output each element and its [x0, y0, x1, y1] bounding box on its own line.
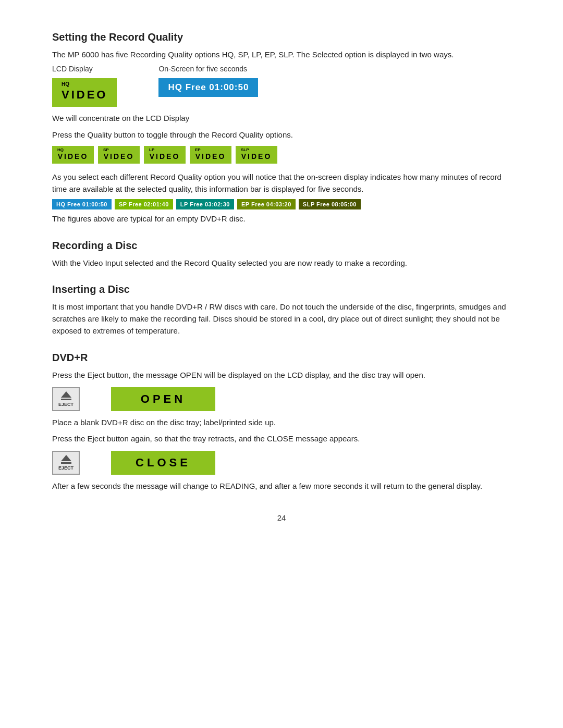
- record-quality-para4: As you select each different Record Qual…: [52, 171, 511, 195]
- ft-lp: LP Free 03:02:30: [176, 199, 234, 209]
- open-button-row: EJECT OPEN: [52, 387, 511, 411]
- eject-line-icon2: [61, 462, 71, 464]
- ft-hq: HQ Free 01:00:50: [52, 199, 112, 209]
- section-dvdr-heading: DVD+R: [52, 352, 511, 364]
- inserting-para1: It is most important that you handle DVD…: [52, 301, 511, 337]
- close-button-row: EJECT CLOSE: [52, 451, 511, 475]
- section-dvdr: DVD+R Press the Eject button, the messag…: [52, 352, 511, 492]
- ft-ep: EP Free 04:03:20: [237, 199, 296, 209]
- dvdr-para4: After a few seconds the message will cha…: [52, 480, 511, 492]
- eject-button-open[interactable]: EJECT: [52, 387, 80, 411]
- display-row: LCD Display HQ VIDEO On-Screen for five …: [52, 65, 511, 107]
- section-inserting: Inserting a Disc It is most important th…: [52, 283, 511, 337]
- section-recording-heading: Recording a Disc: [52, 240, 511, 252]
- eject-label-close: EJECT: [58, 465, 74, 471]
- lcd-display-label: LCD Display: [52, 65, 117, 73]
- lcd-display-box: HQ VIDEO: [52, 78, 117, 107]
- record-quality-para5: The figures above are typical for an emp…: [52, 213, 511, 225]
- dvdr-para3: Press the Eject button again, so that th…: [52, 433, 511, 445]
- section-record-quality: Setting the Record Quality The MP 6000 h…: [52, 31, 511, 225]
- section-recording: Recording a Disc With the Video Input se…: [52, 240, 511, 269]
- lcd-video-text: VIDEO: [62, 88, 107, 102]
- quality-slp: SLP VIDEO: [236, 146, 277, 164]
- record-quality-para3: Press the Quality button to toggle throu…: [52, 129, 511, 141]
- quality-lp: LP VIDEO: [144, 146, 186, 164]
- recording-para1: With the Video Input selected and the Re…: [52, 257, 511, 269]
- close-message: CLOSE: [111, 451, 215, 475]
- eject-button-close[interactable]: EJECT: [52, 451, 80, 475]
- record-quality-para1: The MP 6000 has five Recording Quality o…: [52, 48, 511, 60]
- quality-options-row: HQ VIDEO SP VIDEO LP VIDEO EP VIDEO SLP …: [52, 146, 511, 164]
- freetime-row: HQ Free 01:00:50 SP Free 02:01:40 LP Fre…: [52, 199, 511, 209]
- quality-ep: EP VIDEO: [190, 146, 231, 164]
- onscreen-bar: HQ Free 01:00:50: [158, 78, 258, 97]
- section-record-quality-heading: Setting the Record Quality: [52, 31, 511, 43]
- quality-sp: SP VIDEO: [98, 146, 140, 164]
- quality-hq: HQ VIDEO: [52, 146, 94, 164]
- ft-slp: SLP Free 08:05:00: [299, 199, 361, 209]
- ft-sp: SP Free 02:01:40: [115, 199, 173, 209]
- dvdr-para2: Place a blank DVD+R disc on the disc tra…: [52, 416, 511, 428]
- eject-label-open: EJECT: [58, 402, 74, 407]
- lcd-display-col: LCD Display HQ VIDEO: [52, 65, 117, 107]
- lcd-hq-label: HQ: [62, 81, 107, 87]
- record-quality-para2: We will concentrate on the LCD Display: [52, 112, 511, 124]
- page-number: 24: [52, 513, 511, 522]
- section-inserting-heading: Inserting a Disc: [52, 283, 511, 295]
- eject-triangle-icon2: [61, 455, 71, 461]
- onscreen-display-col: On-Screen for five seconds HQ Free 01:00…: [158, 65, 258, 97]
- onscreen-display-label: On-Screen for five seconds: [158, 65, 258, 73]
- dvdr-para1: Press the Eject button, the message OPEN…: [52, 369, 511, 381]
- open-message: OPEN: [111, 387, 215, 411]
- eject-line-icon: [61, 399, 71, 400]
- eject-triangle-icon: [61, 391, 71, 398]
